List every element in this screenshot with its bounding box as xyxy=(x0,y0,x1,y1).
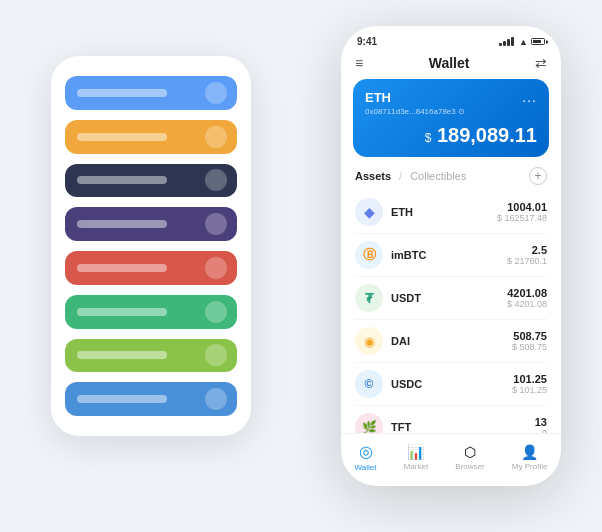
tft-asset-amounts: 13 0 xyxy=(535,416,547,433)
tab-assets[interactable]: Assets xyxy=(355,170,391,182)
eth-address: 0x08711d3e...8416a78e3 ⊙ xyxy=(365,107,537,116)
wallet-card-7[interactable] xyxy=(65,339,237,373)
menu-icon[interactable]: ≡ xyxy=(355,55,363,71)
wallet-card-8-label xyxy=(77,395,167,403)
usdc-asset-amounts: 101.25 $ 101.25 xyxy=(512,373,547,395)
asset-item-tft[interactable]: 🌿 TFT 13 0 xyxy=(355,406,547,433)
wallet-card-2-icon xyxy=(205,126,227,148)
usdc-amount: 101.25 xyxy=(512,373,547,385)
wallet-card-7-icon xyxy=(205,344,227,366)
asset-item-usdc[interactable]: © USDC 101.25 $ 101.25 xyxy=(355,363,547,406)
eth-card-label: ETH xyxy=(365,90,391,105)
eth-card[interactable]: ETH ... 0x08711d3e...8416a78e3 ⊙ $ 189,0… xyxy=(353,79,549,157)
asset-item-dai[interactable]: ◉ DAI 508.75 $ 508.75 xyxy=(355,320,547,363)
dai-asset-icon: ◉ xyxy=(355,327,383,355)
wallet-card-1[interactable] xyxy=(65,76,237,110)
eth-asset-name: ETH xyxy=(391,206,497,218)
eth-balance-symbol: $ xyxy=(425,131,432,145)
tft-asset-name: TFT xyxy=(391,421,535,433)
imbtc-amount: 2.5 xyxy=(507,244,547,256)
wallet-card-3-label xyxy=(77,176,167,184)
nav-profile[interactable]: 👤 My Profile xyxy=(512,444,548,471)
usdt-amount: 4201.08 xyxy=(507,287,547,299)
eth-balance: $ 189,089.11 xyxy=(365,124,537,147)
wallet-card-1-icon xyxy=(205,82,227,104)
top-nav: ≡ Wallet ⇄ xyxy=(341,51,561,79)
wallet-card-3[interactable] xyxy=(65,164,237,198)
wallet-nav-label: Wallet xyxy=(355,463,377,472)
bg-phone xyxy=(51,56,251,436)
dai-amount: 508.75 xyxy=(512,330,547,342)
wallet-card-5[interactable] xyxy=(65,251,237,285)
market-nav-label: Market xyxy=(404,462,428,471)
wallet-card-7-label xyxy=(77,351,167,359)
wallet-card-6-label xyxy=(77,308,167,316)
nav-browser[interactable]: ⬡ Browser xyxy=(455,444,484,471)
profile-nav-label: My Profile xyxy=(512,462,548,471)
status-time: 9:41 xyxy=(357,36,377,47)
qr-icon[interactable]: ⇄ xyxy=(535,55,547,71)
asset-item-imbtc[interactable]: Ⓑ imBTC 2.5 $ 21760.1 xyxy=(355,234,547,277)
scene: 9:41 ▲ ≡ Wallet ⇄ ETH xyxy=(21,16,581,516)
imbtc-asset-name: imBTC xyxy=(391,249,507,261)
market-nav-icon: 📊 xyxy=(407,444,424,460)
wallet-card-1-label xyxy=(77,89,167,97)
wallet-card-4-label xyxy=(77,220,167,228)
browser-nav-icon: ⬡ xyxy=(464,444,476,460)
imbtc-asset-icon: Ⓑ xyxy=(355,241,383,269)
eth-balance-value: 189,089.11 xyxy=(437,124,537,146)
tft-asset-icon: 🌿 xyxy=(355,413,383,433)
eth-card-menu[interactable]: ... xyxy=(522,89,537,105)
nav-wallet[interactable]: ◎ Wallet xyxy=(355,442,377,472)
eth-asset-icon: ◆ xyxy=(355,198,383,226)
imbtc-fiat: $ 21760.1 xyxy=(507,256,547,266)
asset-list: ◆ ETH 1004.01 $ 162517.48 Ⓑ imBTC 2.5 $ … xyxy=(341,191,561,433)
dai-fiat: $ 508.75 xyxy=(512,342,547,352)
dai-asset-amounts: 508.75 $ 508.75 xyxy=(512,330,547,352)
usdc-asset-icon: © xyxy=(355,370,383,398)
nav-market[interactable]: 📊 Market xyxy=(404,444,428,471)
signal-icon xyxy=(499,38,514,46)
usdt-fiat: $ 4201.08 xyxy=(507,299,547,309)
browser-nav-label: Browser xyxy=(455,462,484,471)
asset-item-eth[interactable]: ◆ ETH 1004.01 $ 162517.48 xyxy=(355,191,547,234)
usdt-asset-amounts: 4201.08 $ 4201.08 xyxy=(507,287,547,309)
wallet-card-2-label xyxy=(77,133,167,141)
asset-item-usdt[interactable]: ₮ USDT 4201.08 $ 4201.08 xyxy=(355,277,547,320)
usdt-asset-name: USDT xyxy=(391,292,507,304)
wallet-card-2[interactable] xyxy=(65,120,237,154)
eth-card-header: ETH ... xyxy=(365,89,537,105)
wallet-card-3-icon xyxy=(205,169,227,191)
wallet-card-5-icon xyxy=(205,257,227,279)
usdc-fiat: $ 101.25 xyxy=(512,385,547,395)
wallet-card-8[interactable] xyxy=(65,382,237,416)
profile-nav-icon: 👤 xyxy=(521,444,538,460)
eth-amount: 1004.01 xyxy=(497,201,547,213)
usdt-asset-icon: ₮ xyxy=(355,284,383,312)
tab-collectibles[interactable]: Collectibles xyxy=(410,170,466,182)
wifi-icon: ▲ xyxy=(519,37,528,47)
tft-amount: 13 xyxy=(535,416,547,428)
usdc-asset-name: USDC xyxy=(391,378,512,390)
imbtc-asset-amounts: 2.5 $ 21760.1 xyxy=(507,244,547,266)
eth-fiat: $ 162517.48 xyxy=(497,213,547,223)
battery-icon xyxy=(531,38,545,45)
status-icons: ▲ xyxy=(499,37,545,47)
assets-header: Assets / Collectibles + xyxy=(341,167,561,191)
wallet-card-6-icon xyxy=(205,301,227,323)
status-bar: 9:41 ▲ xyxy=(341,26,561,51)
wallet-card-4-icon xyxy=(205,213,227,235)
wallet-card-4[interactable] xyxy=(65,207,237,241)
page-title: Wallet xyxy=(429,55,470,71)
wallet-nav-icon: ◎ xyxy=(359,442,373,461)
wallet-card-5-label xyxy=(77,264,167,272)
main-phone: 9:41 ▲ ≡ Wallet ⇄ ETH xyxy=(341,26,561,486)
eth-asset-amounts: 1004.01 $ 162517.48 xyxy=(497,201,547,223)
dai-asset-name: DAI xyxy=(391,335,512,347)
add-asset-button[interactable]: + xyxy=(529,167,547,185)
bottom-nav: ◎ Wallet 📊 Market ⬡ Browser 👤 My Profile xyxy=(341,433,561,486)
tab-divider: / xyxy=(399,170,402,182)
assets-tabs: Assets / Collectibles xyxy=(355,170,466,182)
wallet-card-8-icon xyxy=(205,388,227,410)
wallet-card-6[interactable] xyxy=(65,295,237,329)
